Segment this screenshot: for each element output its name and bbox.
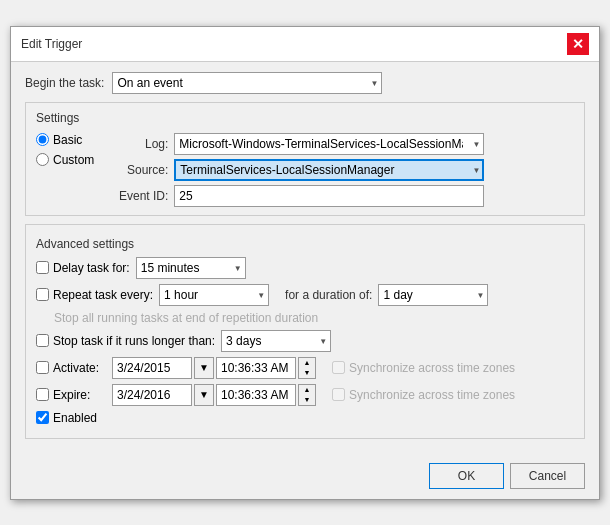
radio-col: Basic Custom (36, 133, 94, 167)
delay-select-wrapper: 15 minutes 30 minutes 1 hour (136, 257, 246, 279)
duration-select[interactable]: 1 day 1 hour Indefinitely (378, 284, 488, 306)
fields-col: Log: Microsoft-Windows-TerminalServices-… (108, 133, 574, 207)
stop-if-checkbox-label[interactable]: Stop task if it runs longer than: (36, 334, 215, 348)
activate-sync-label: Synchronize across time zones (349, 361, 515, 375)
stop-all-row: Stop all running tasks at end of repetit… (36, 311, 574, 325)
delay-select[interactable]: 15 minutes 30 minutes 1 hour (136, 257, 246, 279)
duration-select-wrapper: 1 day 1 hour Indefinitely (378, 284, 488, 306)
duration-label: for a duration of: (285, 288, 372, 302)
expire-label: Expire: (53, 388, 90, 402)
expire-row: Expire: 3/24/2016 ▼ 10:36:33 AM ▲ ▼ Sync… (36, 384, 574, 406)
expire-time-spinner: ▲ ▼ (298, 384, 316, 406)
enabled-checkbox-label[interactable]: Enabled (36, 411, 97, 425)
activate-label: Activate: (53, 361, 99, 375)
activate-calendar-button[interactable]: ▼ (194, 357, 214, 379)
expire-time-down[interactable]: ▼ (299, 395, 315, 405)
dialog-body: Begin the task: On an event On a schedul… (11, 62, 599, 457)
enabled-checkbox[interactable] (36, 411, 49, 424)
activate-time-spinner: ▲ ▼ (298, 357, 316, 379)
expire-sync-checkbox[interactable] (332, 388, 345, 401)
begin-task-select[interactable]: On an event On a schedule At log on At s… (112, 72, 382, 94)
settings-box: Settings Basic Custom Log: (25, 102, 585, 216)
advanced-settings-box: Advanced settings Delay task for: 15 min… (25, 224, 585, 439)
expire-time-input[interactable]: 10:36:33 AM (216, 384, 296, 406)
event-id-field-row: Event ID: 25 (108, 185, 574, 207)
expire-time-up[interactable]: ▲ (299, 385, 315, 395)
title-bar: Edit Trigger ✕ (11, 27, 599, 62)
activate-checkbox[interactable] (36, 361, 49, 374)
source-select-wrapper: TerminalServices-LocalSessionManager (174, 159, 484, 181)
activate-time-down[interactable]: ▼ (299, 368, 315, 378)
event-id-label: Event ID: (108, 189, 168, 203)
repeat-task-row: Repeat task every: 1 hour 30 minutes 2 h… (36, 284, 574, 306)
settings-label: Settings (36, 111, 574, 125)
expire-date-input[interactable]: 3/24/2016 (112, 384, 192, 406)
source-select[interactable]: TerminalServices-LocalSessionManager (174, 159, 484, 181)
expire-calendar-button[interactable]: ▼ (194, 384, 214, 406)
activate-checkbox-label[interactable]: Activate: (36, 361, 106, 375)
cancel-button[interactable]: Cancel (510, 463, 585, 489)
stop-if-select-wrapper: 3 days 1 day 1 hour (221, 330, 331, 352)
activate-sync-group: Synchronize across time zones (332, 361, 515, 375)
stop-if-label: Stop task if it runs longer than: (53, 334, 215, 348)
stop-if-row: Stop task if it runs longer than: 3 days… (36, 330, 574, 352)
edit-trigger-dialog: Edit Trigger ✕ Begin the task: On an eve… (10, 26, 600, 500)
repeat-checkbox[interactable] (36, 288, 49, 301)
source-field-label: Source: (108, 163, 168, 177)
expire-checkbox[interactable] (36, 388, 49, 401)
delay-checkbox[interactable] (36, 261, 49, 274)
expire-date-group: 3/24/2016 ▼ 10:36:33 AM ▲ ▼ (112, 384, 316, 406)
begin-task-label: Begin the task: (25, 76, 104, 90)
activate-time-up[interactable]: ▲ (299, 358, 315, 368)
expire-sync-label: Synchronize across time zones (349, 388, 515, 402)
close-button[interactable]: ✕ (567, 33, 589, 55)
custom-label[interactable]: Custom (53, 153, 94, 167)
radio-group: Basic Custom Log: Microsoft-Windows-Term… (36, 133, 574, 207)
stop-if-checkbox[interactable] (36, 334, 49, 347)
basic-label[interactable]: Basic (53, 133, 82, 147)
basic-radio[interactable] (36, 133, 49, 146)
log-field-label: Log: (108, 137, 168, 151)
advanced-label: Advanced settings (36, 237, 574, 251)
expire-sync-group: Synchronize across time zones (332, 388, 515, 402)
stop-if-select[interactable]: 3 days 1 day 1 hour (221, 330, 331, 352)
basic-radio-row: Basic (36, 133, 94, 147)
custom-radio[interactable] (36, 153, 49, 166)
dialog-title: Edit Trigger (21, 37, 82, 51)
log-field-row: Log: Microsoft-Windows-TerminalServices-… (108, 133, 574, 155)
activate-row: Activate: 3/24/2015 ▼ 10:36:33 AM ▲ ▼ Sy… (36, 357, 574, 379)
log-select[interactable]: Microsoft-Windows-TerminalServices-Local… (174, 133, 484, 155)
event-id-input[interactable]: 25 (174, 185, 484, 207)
custom-radio-row: Custom (36, 153, 94, 167)
repeat-select[interactable]: 1 hour 30 minutes 2 hours (159, 284, 269, 306)
delay-checkbox-label[interactable]: Delay task for: (36, 261, 130, 275)
activate-date-input[interactable]: 3/24/2015 (112, 357, 192, 379)
delay-task-label: Delay task for: (53, 261, 130, 275)
repeat-checkbox-label[interactable]: Repeat task every: (36, 288, 153, 302)
repeat-task-label: Repeat task every: (53, 288, 153, 302)
dialog-footer: OK Cancel (11, 457, 599, 499)
activate-date-group: 3/24/2015 ▼ 10:36:33 AM ▲ ▼ (112, 357, 316, 379)
log-select-wrapper: Microsoft-Windows-TerminalServices-Local… (174, 133, 484, 155)
begin-task-select-wrapper: On an event On a schedule At log on At s… (112, 72, 382, 94)
stop-all-label: Stop all running tasks at end of repetit… (54, 311, 318, 325)
begin-task-row: Begin the task: On an event On a schedul… (25, 72, 585, 94)
repeat-select-wrapper: 1 hour 30 minutes 2 hours (159, 284, 269, 306)
activate-sync-checkbox[interactable] (332, 361, 345, 374)
delay-task-row: Delay task for: 15 minutes 30 minutes 1 … (36, 257, 574, 279)
enabled-row: Enabled (36, 411, 574, 425)
activate-time-input[interactable]: 10:36:33 AM (216, 357, 296, 379)
enabled-label: Enabled (53, 411, 97, 425)
source-field-row: Source: TerminalServices-LocalSessionMan… (108, 159, 574, 181)
ok-button[interactable]: OK (429, 463, 504, 489)
expire-checkbox-label[interactable]: Expire: (36, 388, 106, 402)
